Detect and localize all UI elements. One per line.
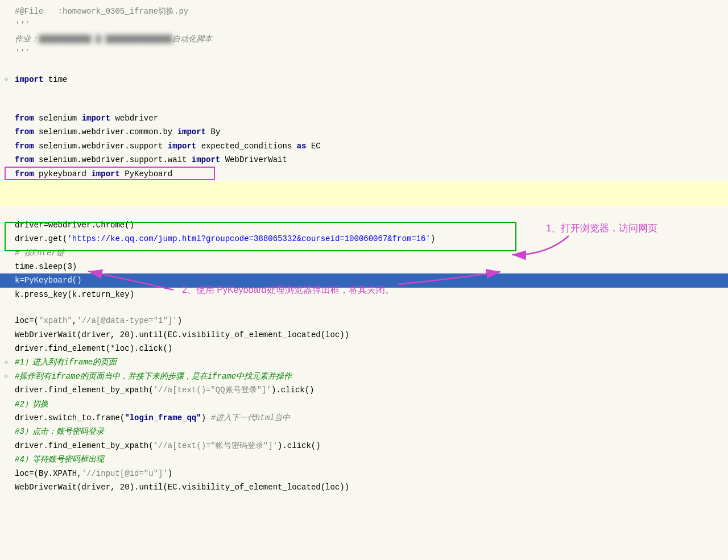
line-icon: ◇ [5,358,13,367]
code-line: ◇ #1）进入到有iframe的页面 [0,355,728,369]
code-line: #3）点击：账号密码登录 [0,425,728,438]
code-line-pykeyboard-call: k=PyKeyboard() [0,273,728,287]
code-line: # 按Enter键 [0,246,728,260]
code-text: "xpath" [39,314,72,327]
code-text: from [15,126,34,138]
code-line: driver.switch_to.frame("login_frame_qq")… [0,411,728,425]
code-text: import [91,168,119,180]
code-text: from [15,112,34,125]
code-line [0,181,728,193]
code-text: driver=webdriver.Chrome() [15,219,134,231]
code-text: '//a[@data-type="1"]' [77,314,177,327]
code-text: EC [307,140,321,152]
line-icon: ◇ [5,75,13,84]
code-text: time [43,73,67,86]
code-text: import [168,140,196,152]
code-editor: #@File :homework_0305_iframe切换.py ''' 作业… [0,0,728,499]
code-text: By [206,126,220,138]
code-line: driver.find_element_by_xpath('//a[text()… [0,439,728,453]
code-text: selenium.webdriver.support.wait [34,154,192,166]
code-text: pykeyboard [34,168,92,180]
code-line: ◇ import time [0,73,728,86]
code-text: time.sleep(3) [15,260,77,273]
code-text: '//a[text()="QQ账号登录"]' [154,384,271,396]
code-line [0,193,728,206]
code-text: ) [168,467,172,480]
code-line [0,60,728,73]
code-line: from selenium.webdriver.support.wait imp… [0,153,728,167]
code-line: ◇ #操作到有iframe的页面当中，并接下来的步骤，是在iframe中找元素并… [0,370,728,383]
code-line: from selenium.webdriver.common.by import… [0,125,728,139]
code-text: WebDriverWait [220,154,287,166]
line-icon: ◇ [5,372,13,381]
code-text: ) [201,412,211,424]
code-text: ).click() [271,384,315,396]
code-line [0,301,728,314]
code-text: #3）点击：账号密码登录 [15,425,104,438]
code-line: ''' [0,18,728,32]
code-line: time.sleep(3) [0,260,728,273]
code-text: import [82,112,110,125]
code-text: # 按Enter键 [15,247,64,259]
code-text: from [15,140,34,152]
code-text: k.press_key(k.return_key) [15,288,134,301]
code-text: driver.find_element(*loc).click() [15,342,172,355]
code-text: from [15,154,34,166]
code-line: loc=(By.XPATH,'//input[@id="u"]') [0,467,728,480]
code-text: loc=(By.XPATH, [15,467,82,480]
code-text: #进入下一代html当中 [210,412,290,424]
code-text: #2）切换 [15,398,48,410]
code-text: from [15,168,34,180]
code-text: ) [177,314,182,327]
code-line: #@File :homework_0305_iframe切换.py [0,5,728,18]
code-line: driver.find_element_by_xpath('//a[text()… [0,383,728,397]
code-text: 'https://ke.qq.com/jump.html?groupcode=3… [67,233,431,245]
code-text: ''' [15,19,29,31]
code-text: ).click() [278,439,321,452]
code-text: "login_frame_qq" [125,412,201,424]
code-line-pykeyboard: from pykeyboard import PyKeyboard [0,167,728,181]
code-line: WebDriverWait(driver, 20).until(EC.visib… [0,480,728,494]
code-text: PyKeyboard [120,168,172,180]
code-text: selenium [34,112,82,125]
code-line [0,99,728,111]
code-text: '//input[@id="u"]' [82,467,168,480]
code-text: #1）进入到有iframe的页面 [15,356,117,368]
code-text: WebDriverWait(driver, 20).until(EC.visib… [15,481,349,493]
code-text: import [15,73,43,86]
code-text: driver.find_element_by_xpath( [15,384,154,396]
code-line: ''' [0,46,728,60]
code-text: ''' [15,47,29,59]
code-text: import [192,154,220,166]
code-line: 作业：███████████ █ ██████████████自动化脚本 [0,32,728,46]
code-text: import [177,126,206,138]
code-text: as [297,140,307,152]
code-text: ) [431,233,435,245]
code-line: #4）等待账号密码框出现 [0,453,728,466]
code-line: loc=("xpath",'//a[@data-type="1"]') [0,314,728,327]
code-text: 作业：███████████ █ ██████████████自动化脚本 [15,33,212,45]
code-text: #操作到有iframe的页面当中，并接下来的步骤，是在iframe中找元素并操作 [15,370,292,383]
code-line [0,206,728,218]
code-line: from selenium import webdriver [0,111,728,125]
code-line: k.press_key(k.return_key) [0,288,728,301]
code-text: #4）等待账号密码框出现 [15,453,104,466]
code-line [0,86,728,99]
code-line: driver.find_element(*loc).click() [0,342,728,355]
code-line-chrome: driver=webdriver.Chrome() [0,218,728,232]
code-text: driver.switch_to.frame( [15,412,125,424]
code-text: driver.find_element_by_xpath( [15,439,154,452]
code-text: k=PyKeyboard() [15,274,82,287]
code-text: '//a[text()="帐号密码登录"]' [154,439,278,452]
code-text: expected_conditions [196,140,296,152]
code-line-driverget: driver.get('https://ke.qq.com/jump.html?… [0,232,728,246]
code-line: WebDriverWait(driver, 20).until(EC.visib… [0,328,728,342]
code-text: selenium.webdriver.common.by [34,126,177,138]
code-text: webdriver [110,112,158,125]
code-text: #@File :homework_0305_iframe切换.py [15,5,188,18]
code-text: , [72,314,77,327]
code-line: from selenium.webdriver.support import e… [0,139,728,153]
code-text: selenium.webdriver.support [34,140,168,152]
code-text: WebDriverWait(driver, 20).until(EC.visib… [15,329,349,341]
code-line: #2）切换 [0,397,728,411]
